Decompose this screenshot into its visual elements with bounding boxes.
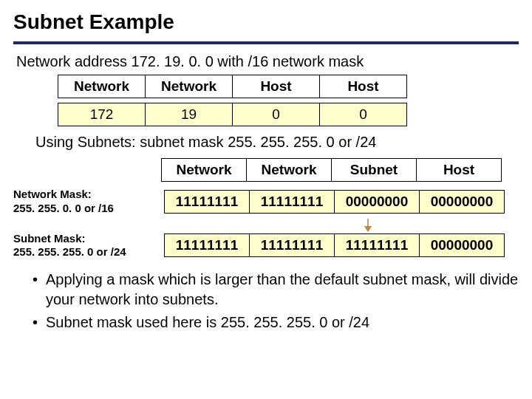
nm-l1: Network Mask: [13,188,154,202]
network-mask-row: Network Mask: 255. 255. 0. 0 or /16 1111… [13,188,519,216]
bullet-1: Applying a mask which is larger than the… [33,270,519,310]
intro-text: Network address 172. 19. 0. 0 with /16 n… [16,53,519,70]
t1-h1: Network [146,75,233,98]
sm-l2: 255. 255. 255. 0 or /24 [13,245,154,259]
nm-c2: 00000000 [335,190,420,213]
t1-h2: Host [233,75,320,98]
t2-h1: Network [247,159,332,182]
using-subnets-text: Using Subnets: subnet mask 255. 255. 255… [35,134,519,151]
t1-h3: Host [320,75,407,98]
bullet-2: Subnet mask used here is 255. 255. 255. … [33,313,519,332]
sm-c3: 00000000 [420,234,505,257]
slide-title: Subnet Example [13,10,519,34]
nm-c0: 11111111 [165,190,250,213]
mask-header-table: Network Network Subnet Host [161,158,519,182]
svg-marker-1 [364,226,372,232]
subnet-mask-row: Subnet Mask: 255. 255. 255. 0 or /24 111… [13,232,519,260]
slide: Subnet Example Network address 172. 19. … [0,0,532,349]
t2-h2: Subnet [332,159,417,182]
t2-h3: Host [417,159,502,182]
t2-h0: Network [162,159,247,182]
bullet-list: Applying a mask which is larger than the… [33,270,519,332]
arrow-down-icon [361,219,375,233]
title-rule [13,41,519,44]
t1-v3: 0 [320,103,407,126]
nm-l2: 255. 255. 0. 0 or /16 [13,202,154,216]
sm-c1: 11111111 [250,234,335,257]
t1-h0: Network [58,75,146,98]
sm-c2: 11111111 [335,234,420,257]
subnet-mask-label: Subnet Mask: 255. 255. 255. 0 or /24 [13,232,154,260]
network-mask-label: Network Mask: 255. 255. 0. 0 or /16 [13,188,154,216]
t1-v0: 172 [58,103,146,126]
t1-v2: 0 [233,103,320,126]
arrow-down [161,222,519,232]
nm-c1: 11111111 [250,190,335,213]
t1-v1: 19 [146,103,233,126]
nm-c3: 00000000 [420,190,505,213]
sm-c0: 11111111 [165,234,250,257]
address-table: Network Network Host Host 172 19 0 0 [58,75,519,126]
sm-l1: Subnet Mask: [13,232,154,246]
